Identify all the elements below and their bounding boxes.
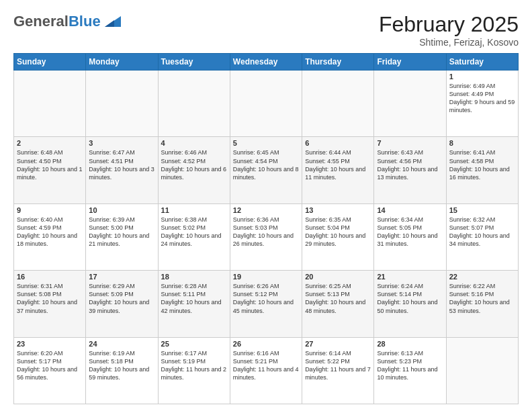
- day-number: 15: [449, 206, 515, 214]
- weekday-header: Sunday: [14, 54, 86, 71]
- day-number: 2: [17, 139, 83, 147]
- day-number: 7: [377, 139, 443, 147]
- day-info: Sunrise: 6:14 AM Sunset: 5:22 PM Dayligh…: [305, 349, 371, 382]
- logo-general: GeneralBlue: [13, 13, 101, 30]
- logo-icon: [102, 12, 121, 31]
- day-number: 28: [377, 340, 443, 348]
- day-number: 11: [161, 206, 227, 214]
- day-info: Sunrise: 6:38 AM Sunset: 5:02 PM Dayligh…: [161, 216, 227, 248]
- day-info: Sunrise: 6:17 AM Sunset: 5:19 PM Dayligh…: [161, 349, 227, 382]
- day-number: 5: [233, 139, 299, 147]
- day-info: Sunrise: 6:13 AM Sunset: 5:23 PM Dayligh…: [377, 349, 443, 382]
- day-number: 9: [17, 206, 83, 214]
- day-info: Sunrise: 6:31 AM Sunset: 5:08 PM Dayligh…: [17, 282, 83, 315]
- calendar-cell: 22Sunrise: 6:22 AM Sunset: 5:16 PM Dayli…: [446, 271, 518, 337]
- day-info: Sunrise: 6:45 AM Sunset: 4:54 PM Dayligh…: [233, 148, 299, 181]
- calendar-cell: 28Sunrise: 6:13 AM Sunset: 5:23 PM Dayli…: [374, 337, 446, 404]
- day-info: Sunrise: 6:44 AM Sunset: 4:55 PM Dayligh…: [305, 148, 371, 181]
- svg-marker-1: [105, 20, 114, 27]
- logo: GeneralBlue: [13, 12, 121, 31]
- day-info: Sunrise: 6:25 AM Sunset: 5:13 PM Dayligh…: [305, 282, 371, 315]
- calendar-row: 9Sunrise: 6:40 AM Sunset: 4:59 PM Daylig…: [14, 203, 519, 270]
- day-number: 24: [89, 340, 154, 348]
- calendar-row: 2Sunrise: 6:48 AM Sunset: 4:50 PM Daylig…: [14, 137, 519, 203]
- weekday-header: Monday: [86, 54, 158, 71]
- day-number: 27: [305, 340, 371, 348]
- day-number: 21: [377, 273, 443, 281]
- calendar-cell: 17Sunrise: 6:29 AM Sunset: 5:09 PM Dayli…: [86, 271, 158, 337]
- day-number: 8: [449, 139, 515, 147]
- day-number: 12: [233, 206, 299, 214]
- calendar-cell: 3Sunrise: 6:47 AM Sunset: 4:51 PM Daylig…: [86, 137, 158, 203]
- calendar-cell: 14Sunrise: 6:34 AM Sunset: 5:05 PM Dayli…: [374, 203, 446, 270]
- day-info: Sunrise: 6:20 AM Sunset: 5:17 PM Dayligh…: [17, 349, 83, 382]
- calendar-cell: 19Sunrise: 6:26 AM Sunset: 5:12 PM Dayli…: [230, 271, 302, 337]
- calendar-cell: [230, 71, 302, 137]
- weekday-header: Thursday: [302, 54, 374, 71]
- calendar-cell: 4Sunrise: 6:46 AM Sunset: 4:52 PM Daylig…: [158, 137, 230, 203]
- calendar-cell: 11Sunrise: 6:38 AM Sunset: 5:02 PM Dayli…: [158, 203, 230, 270]
- calendar-cell: 18Sunrise: 6:28 AM Sunset: 5:11 PM Dayli…: [158, 271, 230, 337]
- day-number: 25: [161, 340, 227, 348]
- day-number: 4: [161, 139, 227, 147]
- calendar-row: 23Sunrise: 6:20 AM Sunset: 5:17 PM Dayli…: [14, 337, 519, 404]
- day-number: 23: [17, 340, 83, 348]
- day-info: Sunrise: 6:49 AM Sunset: 4:49 PM Dayligh…: [449, 82, 515, 115]
- calendar-cell: 25Sunrise: 6:17 AM Sunset: 5:19 PM Dayli…: [158, 337, 230, 404]
- calendar-cell: 21Sunrise: 6:24 AM Sunset: 5:14 PM Dayli…: [374, 271, 446, 337]
- day-info: Sunrise: 6:40 AM Sunset: 4:59 PM Dayligh…: [17, 216, 83, 248]
- page: GeneralBlue February 2025 Shtime, Feriza…: [0, 0, 532, 411]
- day-info: Sunrise: 6:46 AM Sunset: 4:52 PM Dayligh…: [161, 148, 227, 181]
- calendar-cell: 13Sunrise: 6:35 AM Sunset: 5:04 PM Dayli…: [302, 203, 374, 270]
- calendar-cell: [374, 71, 446, 137]
- day-info: Sunrise: 6:35 AM Sunset: 5:04 PM Dayligh…: [305, 216, 371, 248]
- calendar-cell: [302, 71, 374, 137]
- day-info: Sunrise: 6:47 AM Sunset: 4:51 PM Dayligh…: [89, 148, 154, 181]
- calendar-cell: 9Sunrise: 6:40 AM Sunset: 4:59 PM Daylig…: [14, 203, 86, 270]
- calendar-cell: [86, 71, 158, 137]
- day-info: Sunrise: 6:19 AM Sunset: 5:18 PM Dayligh…: [89, 349, 154, 382]
- calendar-cell: 26Sunrise: 6:16 AM Sunset: 5:21 PM Dayli…: [230, 337, 302, 404]
- weekday-header-row: SundayMondayTuesdayWednesdayThursdayFrid…: [14, 54, 519, 71]
- day-number: 16: [17, 273, 83, 281]
- calendar-cell: 23Sunrise: 6:20 AM Sunset: 5:17 PM Dayli…: [14, 337, 86, 404]
- header: GeneralBlue February 2025 Shtime, Feriza…: [13, 12, 519, 48]
- day-info: Sunrise: 6:16 AM Sunset: 5:21 PM Dayligh…: [233, 349, 299, 382]
- day-number: 19: [233, 273, 299, 281]
- day-info: Sunrise: 6:24 AM Sunset: 5:14 PM Dayligh…: [377, 282, 443, 315]
- calendar-cell: 24Sunrise: 6:19 AM Sunset: 5:18 PM Dayli…: [86, 337, 158, 404]
- day-number: 6: [305, 139, 371, 147]
- day-info: Sunrise: 6:26 AM Sunset: 5:12 PM Dayligh…: [233, 282, 299, 315]
- calendar-subtitle: Shtime, Ferizaj, Kosovo: [379, 37, 519, 48]
- calendar-cell: 10Sunrise: 6:39 AM Sunset: 5:00 PM Dayli…: [86, 203, 158, 270]
- weekday-header: Saturday: [446, 54, 518, 71]
- day-number: 17: [89, 273, 154, 281]
- calendar-cell: 6Sunrise: 6:44 AM Sunset: 4:55 PM Daylig…: [302, 137, 374, 203]
- weekday-header: Tuesday: [158, 54, 230, 71]
- weekday-header: Wednesday: [230, 54, 302, 71]
- day-number: 14: [377, 206, 443, 214]
- day-info: Sunrise: 6:48 AM Sunset: 4:50 PM Dayligh…: [17, 148, 83, 181]
- calendar-cell: 8Sunrise: 6:41 AM Sunset: 4:58 PM Daylig…: [446, 137, 518, 203]
- calendar-cell: 16Sunrise: 6:31 AM Sunset: 5:08 PM Dayli…: [14, 271, 86, 337]
- calendar-cell: 2Sunrise: 6:48 AM Sunset: 4:50 PM Daylig…: [14, 137, 86, 203]
- day-info: Sunrise: 6:43 AM Sunset: 4:56 PM Dayligh…: [377, 148, 443, 181]
- calendar-cell: 20Sunrise: 6:25 AM Sunset: 5:13 PM Dayli…: [302, 271, 374, 337]
- day-number: 3: [89, 139, 154, 147]
- day-number: 18: [161, 273, 227, 281]
- calendar-cell: [158, 71, 230, 137]
- calendar-cell: [14, 71, 86, 137]
- calendar-cell: 1Sunrise: 6:49 AM Sunset: 4:49 PM Daylig…: [446, 71, 518, 137]
- calendar-cell: [446, 337, 518, 404]
- day-number: 20: [305, 273, 371, 281]
- day-info: Sunrise: 6:41 AM Sunset: 4:58 PM Dayligh…: [449, 148, 515, 181]
- day-number: 1: [449, 73, 515, 81]
- calendar-title: February 2025: [379, 12, 519, 37]
- weekday-header: Friday: [374, 54, 446, 71]
- day-number: 10: [89, 206, 154, 214]
- calendar-row: 16Sunrise: 6:31 AM Sunset: 5:08 PM Dayli…: [14, 271, 519, 337]
- calendar-cell: 27Sunrise: 6:14 AM Sunset: 5:22 PM Dayli…: [302, 337, 374, 404]
- day-info: Sunrise: 6:32 AM Sunset: 5:07 PM Dayligh…: [449, 216, 515, 248]
- day-info: Sunrise: 6:29 AM Sunset: 5:09 PM Dayligh…: [89, 282, 154, 315]
- day-number: 26: [233, 340, 299, 348]
